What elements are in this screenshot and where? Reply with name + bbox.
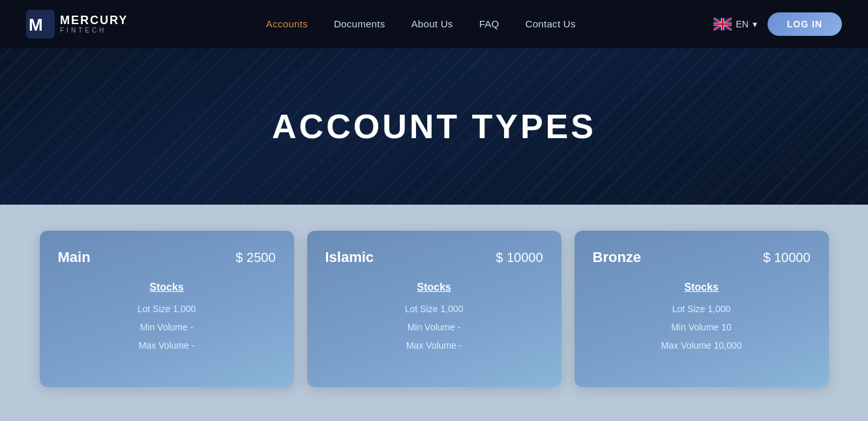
card-lot-size-main: Lot Size 1,000 xyxy=(58,304,276,317)
chevron-down-icon: ▾ xyxy=(753,19,757,29)
account-card-bronze: Bronze $ 10000 Stocks Lot Size 1,000 Min… xyxy=(575,231,829,387)
card-lot-size-bronze: Lot Size 1,000 xyxy=(593,304,811,317)
logo[interactable]: M MERCURY FINTECH xyxy=(26,10,128,38)
login-button[interactable]: LOG IN xyxy=(768,12,842,36)
nav-item-accounts[interactable]: Accounts xyxy=(266,18,308,30)
nav-item-about[interactable]: About Us xyxy=(412,18,453,30)
navbar-right: EN ▾ LOG IN xyxy=(713,12,842,36)
card-amount-main: $ 2500 xyxy=(235,250,275,265)
card-title-main: Main xyxy=(58,249,91,266)
nav-item-documents[interactable]: Documents xyxy=(334,18,385,30)
card-header-bronze: Bronze $ 10000 xyxy=(593,249,811,266)
content-section: Main $ 2500 Stocks Lot Size 1,000 Min Vo… xyxy=(0,205,868,421)
navbar: M MERCURY FINTECH Accounts Documents Abo… xyxy=(0,0,868,48)
card-max-volume-islamic: Max Volume - xyxy=(325,340,543,353)
account-card-islamic: Islamic $ 10000 Stocks Lot Size 1,000 Mi… xyxy=(307,231,561,387)
logo-text-block: MERCURY FINTECH xyxy=(60,14,128,35)
card-category-bronze[interactable]: Stocks xyxy=(593,282,811,293)
card-category-main[interactable]: Stocks xyxy=(58,282,276,293)
card-category-islamic[interactable]: Stocks xyxy=(325,282,543,293)
card-max-volume-bronze: Max Volume 10,000 xyxy=(593,340,811,353)
card-amount-islamic: $ 10000 xyxy=(496,250,543,265)
card-min-volume-bronze: Min Volume 10 xyxy=(593,322,811,335)
flag-uk-icon xyxy=(713,18,732,31)
cards-row: Main $ 2500 Stocks Lot Size 1,000 Min Vo… xyxy=(39,231,829,387)
lang-label: EN xyxy=(736,19,748,29)
nav-link-about[interactable]: About Us xyxy=(412,18,453,29)
language-selector[interactable]: EN ▾ xyxy=(713,18,756,31)
nav-item-faq[interactable]: FAQ xyxy=(479,18,500,30)
svg-text:M: M xyxy=(29,15,43,35)
card-title-islamic: Islamic xyxy=(325,249,374,266)
account-card-main: Main $ 2500 Stocks Lot Size 1,000 Min Vo… xyxy=(40,231,294,387)
nav-item-contact[interactable]: Contact Us xyxy=(526,18,576,30)
nav-link-documents[interactable]: Documents xyxy=(334,18,385,29)
card-title-bronze: Bronze xyxy=(593,249,642,266)
logo-name: MERCURY xyxy=(60,14,128,27)
hero-title: ACCOUNT TYPES xyxy=(272,107,596,146)
card-header-islamic: Islamic $ 10000 xyxy=(325,249,543,266)
hero-section: ACCOUNT TYPES xyxy=(0,48,868,205)
card-lot-size-islamic: Lot Size 1,000 xyxy=(325,304,543,317)
nav-link-faq[interactable]: FAQ xyxy=(479,18,500,29)
nav-links: Accounts Documents About Us FAQ Contact … xyxy=(266,18,576,30)
logo-icon: M xyxy=(26,10,55,38)
card-amount-bronze: $ 10000 xyxy=(763,250,810,265)
card-min-volume-main: Min Volume - xyxy=(58,322,276,335)
card-min-volume-islamic: Min Volume - xyxy=(325,322,543,335)
card-max-volume-main: Max Volume - xyxy=(58,340,276,353)
nav-link-contact[interactable]: Contact Us xyxy=(526,18,576,29)
nav-link-accounts[interactable]: Accounts xyxy=(266,18,308,29)
logo-sub: FINTECH xyxy=(60,27,128,34)
card-header-main: Main $ 2500 xyxy=(58,249,276,266)
